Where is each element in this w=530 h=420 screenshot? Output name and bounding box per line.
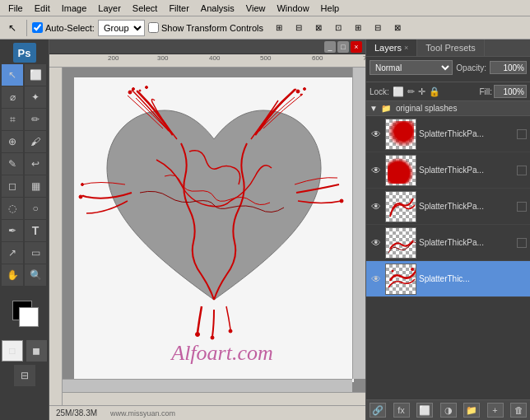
menu-file[interactable]: File (3, 2, 28, 14)
svg-point-3 (146, 86, 148, 89)
opacity-input[interactable] (490, 61, 527, 74)
close-btn[interactable]: × (351, 41, 362, 53)
distribute-btn[interactable]: ⊞ (349, 19, 367, 37)
lock-paint-icon[interactable]: ✏ (407, 86, 415, 97)
menu-edit[interactable]: Edit (30, 2, 55, 14)
history-brush-tool[interactable]: ↩ (25, 153, 46, 175)
align-right-btn[interactable]: ⊠ (309, 19, 328, 37)
layer-group-header[interactable]: ▼ 📁 original splashes (366, 101, 530, 116)
layer-eye-2[interactable]: 👁 (370, 200, 383, 213)
new-group-btn[interactable]: 📁 (463, 403, 480, 418)
crop-tool[interactable]: ⌗ (2, 109, 23, 130)
blur-tool[interactable]: ◌ (2, 198, 23, 219)
quick-mask-btn[interactable]: ◼ (26, 340, 48, 362)
delete-layer-btn[interactable]: 🗑 (510, 403, 527, 418)
layer-eye-3[interactable]: 👁 (370, 236, 383, 250)
canvas-scrollbar-horizontal[interactable] (63, 379, 352, 392)
menu-image[interactable]: Image (57, 2, 92, 14)
layer-eye-0[interactable]: 👁 (370, 128, 383, 141)
layer-item-2[interactable]: 👁 SplatterThickPa... (366, 189, 530, 225)
zoom-tool[interactable]: 🔍 (25, 264, 46, 286)
menu-analysis[interactable]: Analysis (196, 2, 239, 14)
blend-mode-select[interactable]: Normal (370, 60, 453, 75)
new-layer-btn[interactable]: + (487, 403, 504, 418)
lock-position-icon[interactable]: ✛ (418, 86, 425, 97)
layer-eye-1[interactable]: 👁 (370, 164, 383, 177)
opacity-label: Opacity: (456, 63, 486, 72)
auto-select-dropdown[interactable]: Group Layer (98, 20, 145, 36)
canvas-ruler-horizontal: 200 300 400 500 600 700 800 (49, 54, 365, 68)
minimize-btn[interactable]: _ (324, 41, 336, 53)
fill-label: Fill: (479, 87, 492, 96)
toolbar: ↖ Auto-Select: Group Layer Show Transfor… (0, 16, 530, 40)
brush-tool[interactable]: 🖌 (25, 131, 46, 152)
show-transform-label: Show Transform Controls (148, 22, 263, 33)
standard-mode-btn[interactable]: □ (2, 340, 23, 362)
align-center-btn[interactable]: ⊟ (290, 19, 308, 37)
menu-select[interactable]: Select (128, 2, 163, 14)
align-left-btn[interactable]: ⊞ (270, 19, 288, 37)
tool-presets-tab[interactable]: Tool Presets (417, 40, 485, 56)
svg-point-8 (79, 195, 82, 198)
layers-controls: Normal Opacity: (366, 57, 530, 82)
layer-effects-btn[interactable]: fx (393, 403, 410, 418)
canvas-scrollbar-vertical[interactable] (352, 68, 365, 379)
align-top-btn[interactable]: ⊡ (329, 19, 347, 37)
distribute2-btn[interactable]: ⊟ (369, 19, 387, 37)
hand-tool[interactable]: ✋ (2, 264, 23, 286)
layer-item-3[interactable]: 👁 SplatterThickPa... (366, 225, 530, 261)
marquee-tool[interactable]: ⬜ (25, 64, 46, 86)
canvas-image-area[interactable]: Alfoart.com (63, 68, 365, 392)
layer-chain-1 (517, 166, 527, 175)
lock-transparent-icon[interactable]: ⬜ (393, 86, 404, 97)
layer-item-0[interactable]: 👁 SplatterThickPa... (366, 116, 530, 152)
show-transform-checkbox[interactable] (148, 22, 159, 33)
shape-tool[interactable]: ▭ (25, 242, 46, 264)
lock-all-icon[interactable]: 🔒 (429, 86, 440, 97)
move-tool-btn[interactable]: ↖ (3, 19, 21, 37)
layer-name-4: SplatterThic... (419, 274, 527, 283)
layer-chain-3 (517, 238, 527, 248)
layers-tab-close[interactable]: × (404, 44, 408, 52)
magic-wand-tool[interactable]: ✦ (25, 86, 46, 108)
layer-thumb-2 (385, 191, 416, 222)
svg-point-13 (392, 269, 394, 272)
menu-layer[interactable]: Layer (93, 2, 126, 14)
svg-point-6 (300, 94, 302, 96)
svg-point-5 (304, 88, 306, 91)
move-tool[interactable]: ↖ (2, 64, 23, 86)
new-adjustment-btn[interactable]: ◑ (440, 403, 457, 418)
screen-mode-btn[interactable]: ⊟ (14, 365, 35, 386)
eraser-tool[interactable]: ◻ (2, 175, 23, 197)
path-selection-tool[interactable]: ↗ (2, 242, 23, 264)
add-mask-btn[interactable]: ⬜ (416, 403, 433, 418)
distribute3-btn[interactable]: ⊠ (388, 19, 407, 37)
layer-eye-4[interactable]: 👁 (370, 273, 383, 286)
dodge-tool[interactable]: ○ (25, 198, 46, 219)
layer-item-1[interactable]: 👁 SplatterThickPa... (366, 152, 530, 189)
layer-chain-0 (517, 129, 527, 139)
menu-help[interactable]: Help (316, 2, 345, 14)
lock-row: Lock: ⬜ ✏ ✛ 🔒 Fill: (366, 82, 530, 101)
fill-input[interactable] (494, 85, 527, 98)
layer-item-4[interactable]: 👁 SplatterThic... (366, 261, 530, 297)
background-color-swatch[interactable] (19, 307, 39, 327)
layer-thumb-4 (385, 264, 416, 295)
type-tool[interactable]: T (25, 220, 46, 241)
eyedropper-tool[interactable]: ✏ (25, 109, 46, 130)
maximize-btn[interactable]: □ (337, 41, 349, 53)
svg-point-14 (411, 268, 414, 271)
spot-heal-tool[interactable]: ⊕ (2, 131, 23, 152)
menu-filter[interactable]: Filter (164, 2, 193, 14)
layer-name-2: SplatterThickPa... (419, 202, 514, 211)
gradient-tool[interactable]: ▦ (25, 175, 46, 197)
pen-tool[interactable]: ✒ (2, 220, 23, 241)
menu-window[interactable]: Window (272, 2, 314, 14)
clone-stamp-tool[interactable]: ✎ (2, 153, 23, 175)
link-layers-btn[interactable]: 🔗 (370, 403, 386, 418)
layers-tab[interactable]: Layers × (366, 40, 417, 56)
menu-view[interactable]: View (241, 2, 271, 14)
ruler-mark-400: 400 (209, 54, 220, 62)
auto-select-checkbox[interactable] (32, 22, 43, 33)
lasso-tool[interactable]: ⌀ (2, 86, 23, 108)
